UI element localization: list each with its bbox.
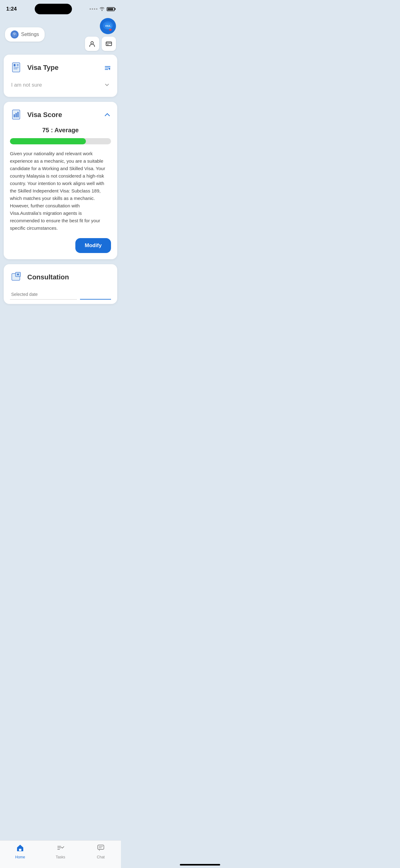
status-notch: [35, 4, 72, 14]
visa-score-collapse-icon[interactable]: [104, 111, 111, 119]
signal-dots: [90, 8, 97, 10]
visa-score-value: 75 : Average: [10, 127, 111, 134]
svg-rect-18: [14, 114, 15, 117]
visa-score-progress-bar: [10, 138, 111, 144]
card-button[interactable]: [102, 37, 116, 51]
top-nav: Settings VISA.: [0, 16, 121, 55]
profile-button[interactable]: [85, 37, 99, 51]
consultation-header: Consultation: [10, 270, 111, 284]
svg-point-23: [17, 274, 19, 275]
visa-score-description: Given your nationality and relevant work…: [10, 150, 111, 232]
gear-icon: [10, 30, 19, 38]
visa-type-header: Visa Type: [10, 61, 111, 74]
visa-score-card: Visa Score 75 : Average Given your natio…: [4, 102, 117, 259]
date-input-row: [10, 289, 111, 300]
status-time: 1:24: [6, 6, 17, 12]
visa-score-title: Visa Score: [27, 111, 62, 119]
svg-rect-8: [12, 63, 20, 72]
settings-button[interactable]: Settings: [5, 27, 45, 41]
visa-type-icon: [10, 61, 24, 74]
profile-card-buttons: [85, 37, 116, 51]
consultation-card: Consultation: [4, 264, 117, 304]
consultation-icon: [10, 270, 24, 284]
settings-label: Settings: [21, 32, 39, 37]
visa-score-icon: [10, 108, 24, 122]
visa-type-edit-icon[interactable]: [104, 64, 111, 71]
visa-score-fill: [10, 138, 86, 144]
visa-type-card: Visa Type I am not sure: [4, 55, 117, 97]
visa-score-title-group: Visa Score: [10, 108, 62, 122]
consultation-title: Consultation: [27, 273, 69, 281]
visa-score-header: Visa Score: [10, 108, 111, 122]
time-input[interactable]: [80, 289, 111, 300]
svg-rect-19: [15, 113, 17, 117]
consultation-title-group: Consultation: [10, 270, 69, 284]
svg-rect-5: [106, 42, 112, 45]
date-input[interactable]: [10, 289, 77, 300]
svg-text:VISA.: VISA.: [105, 25, 111, 27]
modify-button[interactable]: Modify: [75, 238, 111, 253]
battery-icon: [107, 7, 115, 11]
visa-type-title: Visa Type: [27, 64, 59, 72]
svg-rect-20: [18, 112, 19, 117]
status-bar: 1:24: [0, 0, 121, 16]
visa-australia-logo[interactable]: VISA.: [100, 18, 116, 34]
svg-rect-9: [14, 64, 15, 66]
status-icons: [90, 6, 115, 12]
visa-type-placeholder: I am not sure: [11, 82, 42, 88]
top-right-section: VISA.: [85, 18, 116, 51]
visa-type-title-group: Visa Type: [10, 61, 59, 74]
svg-point-2: [109, 29, 112, 31]
wifi-icon: [99, 6, 105, 12]
visa-type-dropdown[interactable]: I am not sure: [10, 80, 111, 91]
svg-point-4: [91, 41, 93, 44]
